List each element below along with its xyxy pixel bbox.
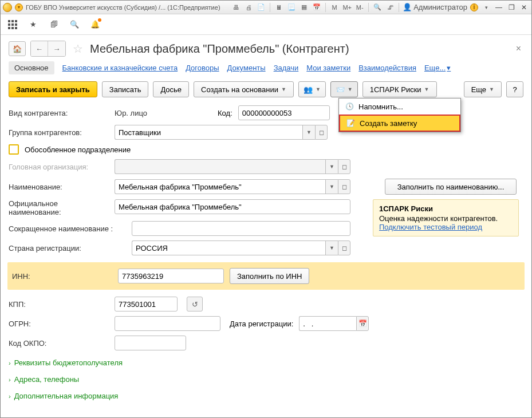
help-button[interactable]: ? [506,81,523,97]
separate-checkbox[interactable] [9,144,19,155]
country-input[interactable] [132,240,325,255]
doc-icon[interactable]: 📄 [256,2,266,13]
nav-group: ← → [30,41,66,57]
minimize-button[interactable]: — [494,2,504,13]
home-button[interactable]: 🏠 [9,41,26,56]
people-button[interactable]: 👥▼ [298,81,326,97]
zoom-icon[interactable]: 🔍 [372,2,383,13]
apps-icon[interactable] [7,19,18,30]
user-label[interactable]: 👤Администратор [403,3,467,11]
m-icon[interactable]: M [329,2,340,13]
calendar-icon[interactable]: 📅 [312,2,322,13]
name-input[interactable] [115,179,325,194]
dropdown-menu: 🕓 Напомнить... 📝 Создать заметку [338,98,461,132]
row-kpp: КПП: ↺ [9,297,523,311]
tab-tasks[interactable]: Задачи [274,64,299,72]
separator [325,3,326,12]
sidebox-link[interactable]: Подключить тестовый период [379,223,482,231]
icon-bar: ★ 🗐 🔍 🔔 [1,14,531,35]
dropdown-icon[interactable]: ▾ [14,3,23,12]
m-plus-icon[interactable]: M+ [342,2,352,13]
close-page-button[interactable]: × [514,41,523,56]
row-ogrn: ОГРН: Дата регистрации: 📅 [9,316,523,331]
app-icon [3,3,12,12]
tab-contracts[interactable]: Договоры [186,64,219,72]
more-button[interactable]: Еще▼ [464,81,502,97]
code-input[interactable] [238,105,330,120]
row-country: Страна регистрации: ▼ ◻ [9,240,523,255]
fill-by-inn-button[interactable]: Заполнить по ИНН [230,268,309,284]
people-icon: 👥 [304,85,313,94]
inn-label: ИНН: [12,272,112,281]
tab-interactions[interactable]: Взаимодействия [358,64,416,72]
remind-item[interactable]: 🕓 Напомнить... [339,98,460,115]
head-open-button[interactable]: ◻ [338,159,350,174]
separator [270,3,270,12]
info-caret[interactable]: ▾ [481,2,491,13]
print-icon[interactable]: 🖶 [231,2,241,13]
tab-bank[interactable]: Банковские и казначейские счета [62,64,178,72]
bell-icon[interactable]: 🔔 [90,19,100,30]
restore-button[interactable]: ❐ [506,2,517,13]
dossier-button[interactable]: Досье [153,81,189,97]
name-open-button[interactable]: ◻ [338,179,350,194]
clipboard-icon[interactable]: 🗐 [49,19,59,30]
name-dropdown-button[interactable]: ▼ [325,179,338,194]
mail-button[interactable]: 📨▼ [330,81,358,97]
regdate-cal-button[interactable]: 📅 [356,316,369,331]
kpp-input[interactable] [115,297,178,311]
okpo-input[interactable] [115,336,186,350]
group-input[interactable] [115,125,302,140]
head-dropdown-button[interactable]: ▼ [325,159,338,174]
group-dropdown-button[interactable]: ▼ [302,125,315,140]
content-area: 🏠 ← → ☆ Мебельная фабрика "Проммебель" (… [1,35,531,406]
search-icon[interactable]: 🔍 [69,19,80,30]
save-button[interactable]: Записать [102,81,149,97]
star-icon[interactable]: ★ [28,19,38,30]
fill-by-name-button[interactable]: Заполнить по наименованию... [385,179,517,195]
kpp-history-button[interactable]: ↺ [187,297,203,311]
ogrn-input[interactable] [115,316,220,331]
expander-info[interactable]: ›Дополнительная информация [9,392,523,400]
mail-icon: 📨 [336,85,345,94]
close-button[interactable]: ✕ [519,2,529,13]
m-minus-icon[interactable]: M- [354,2,365,13]
forward-button[interactable]: → [48,41,65,56]
title-bar: ▾ ГОБУ ВПО Университет искусств (Субсиди… [1,1,531,14]
link-icon[interactable]: 🖇 [385,2,395,13]
page-icon[interactable]: 📃 [286,2,297,13]
expander-budget[interactable]: ›Реквизиты бюджетополучателя [9,358,523,367]
country-open-button[interactable]: ◻ [338,240,350,255]
create-note-item[interactable]: 📝 Создать заметку [339,115,460,132]
back-button[interactable]: ← [31,41,48,56]
chevron-right-icon: › [9,360,11,366]
inn-input[interactable] [118,269,224,283]
spark-button[interactable]: 1СПАРК Риски▼ [362,81,437,97]
window-title: ГОБУ ВПО Университет искусств (Субсидия)… [26,4,220,11]
row-separate: Обособленное подразделение [9,144,523,155]
note-icon: 📝 [346,119,355,128]
official-input[interactable] [115,199,350,214]
expander-address[interactable]: ›Адреса, телефоны [9,375,523,384]
short-input[interactable] [132,221,350,236]
table-icon[interactable]: ▦ [299,2,309,13]
regdate-wrap: 📅 [299,316,369,331]
save-close-button[interactable]: Записать и закрыть [9,81,97,97]
tab-notes[interactable]: Мои заметки [306,64,350,72]
ogrn-label: ОГРН: [9,320,109,328]
printer-icon[interactable]: 🖨 [243,2,254,13]
info-icon[interactable]: i [470,3,479,12]
tab-docs[interactable]: Документы [227,64,266,72]
tab-main[interactable]: Основное [9,61,54,74]
tab-more[interactable]: Еще...▾ [424,64,451,72]
regdate-input[interactable] [299,316,356,331]
tabs: Основное Банковские и казначейские счета… [9,61,523,74]
sidebox-title: 1СПАРК Риски [379,204,513,213]
group-open-button[interactable]: ◻ [315,125,328,140]
calc-icon[interactable]: 🖩 [274,2,284,13]
favorite-icon[interactable]: ☆ [73,42,83,56]
row-official: Официальное наименование: 1СПАРК Риски О… [9,199,523,216]
create-based-button[interactable]: Создать на основании▼ [194,81,294,97]
country-label: Страна регистрации: [9,244,126,253]
country-dropdown-button[interactable]: ▼ [325,240,338,255]
